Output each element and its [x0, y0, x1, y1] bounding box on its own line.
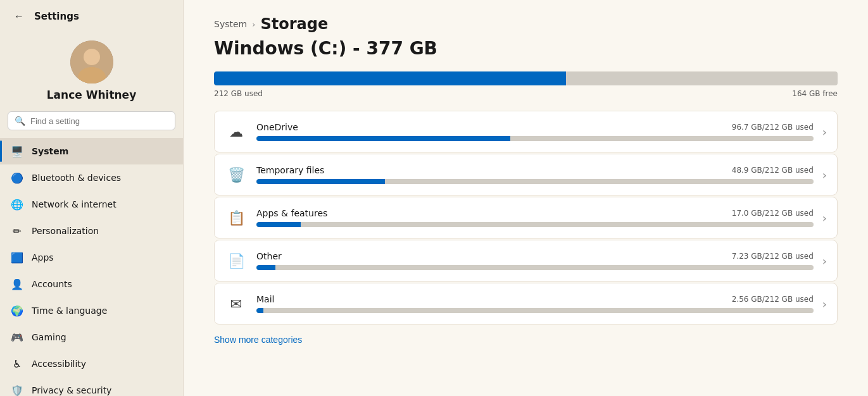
search-bar[interactable]: 🔍	[8, 111, 175, 130]
nav-label-personalization: Personalization	[32, 226, 99, 236]
other-content: Other 7.23 GB/212 GB used	[256, 251, 814, 270]
nav-item-system[interactable]: 🖥️ System	[0, 138, 183, 164]
onedrive-name: OneDrive	[256, 122, 298, 132]
other-usage: 7.23 GB/212 GB used	[732, 252, 814, 261]
bar-labels: 212 GB used 164 GB free	[214, 89, 838, 98]
other-chevron: ›	[822, 254, 827, 268]
other-bar-container	[256, 265, 814, 270]
breadcrumb-separator: ›	[252, 20, 255, 29]
mail-bar-container	[256, 308, 814, 313]
show-more-button[interactable]: Show more categories	[214, 335, 302, 345]
onedrive-usage: 96.7 GB/212 GB used	[732, 123, 814, 132]
mail-header: Mail 2.56 GB/212 GB used	[256, 294, 814, 304]
apps-icon: 🟦	[10, 251, 24, 264]
gaming-icon: 🎮	[10, 330, 24, 344]
main-bar-container	[214, 71, 838, 85]
nav-item-accessibility[interactable]: ♿ Accessibility	[0, 350, 183, 377]
nav-item-privacy[interactable]: 🛡️ Privacy & security	[0, 377, 183, 396]
accessibility-icon: ♿	[10, 357, 24, 371]
onedrive-content: OneDrive 96.7 GB/212 GB used	[256, 122, 814, 141]
used-label: 212 GB used	[214, 89, 263, 98]
storage-items: ☁️ OneDrive 96.7 GB/212 GB used › 🗑️ Tem…	[214, 111, 838, 325]
main-storage-bar-section: 212 GB used 164 GB free	[214, 71, 838, 98]
user-name: Lance Whitney	[47, 89, 136, 101]
avatar	[70, 40, 113, 84]
search-icon: 🔍	[15, 116, 25, 126]
other-header: Other 7.23 GB/212 GB used	[256, 251, 814, 261]
page-title: Windows (C:) - 377 GB	[214, 38, 838, 59]
nav-item-personalization[interactable]: ✏️ Personalization	[0, 218, 183, 244]
storage-item-other[interactable]: 📄 Other 7.23 GB/212 GB used ›	[214, 240, 838, 282]
apps-header: Apps & features 17.0 GB/212 GB used	[256, 208, 814, 218]
nav-label-privacy: Privacy & security	[32, 385, 111, 395]
back-button[interactable]: ←	[10, 8, 28, 25]
main-content: System › Storage Windows (C:) - 377 GB 2…	[184, 0, 868, 396]
svg-point-3	[85, 51, 98, 63]
settings-title: Settings	[34, 11, 79, 22]
apps-usage: 17.0 GB/212 GB used	[732, 209, 814, 218]
nav-label-accessibility: Accessibility	[32, 359, 86, 369]
onedrive-bar-container	[256, 136, 814, 141]
apps-bar-fill	[256, 222, 301, 227]
storage-item-onedrive[interactable]: ☁️ OneDrive 96.7 GB/212 GB used ›	[214, 111, 838, 152]
time-icon: 🌍	[10, 304, 24, 318]
nav-item-time[interactable]: 🌍 Time & language	[0, 297, 183, 324]
nav-label-network: Network & internet	[32, 199, 116, 209]
nav-label-accounts: Accounts	[32, 279, 72, 289]
nav-label-time: Time & language	[32, 306, 107, 316]
nav-label-system: System	[32, 146, 68, 156]
avatar-image	[70, 40, 113, 84]
other-name: Other	[256, 251, 282, 261]
mail-bar-fill	[256, 308, 263, 313]
other-bar-fill	[256, 265, 275, 270]
accounts-icon: 👤	[10, 277, 24, 291]
apps-bar-container	[256, 222, 814, 227]
nav-list: 🖥️ System 🔵 Bluetooth & devices 🌐 Networ…	[0, 135, 183, 396]
onedrive-header: OneDrive 96.7 GB/212 GB used	[256, 122, 814, 132]
main-bar-fill	[214, 71, 566, 85]
nav-item-network[interactable]: 🌐 Network & internet	[0, 191, 183, 218]
network-icon: 🌐	[10, 197, 24, 211]
mail-usage: 2.56 GB/212 GB used	[732, 295, 814, 304]
breadcrumb-current: Storage	[260, 15, 328, 33]
nav-label-apps: Apps	[32, 252, 54, 263]
temp-bar-container	[256, 179, 814, 184]
user-profile: Lance Whitney	[0, 30, 183, 109]
temp-bar-fill	[256, 179, 385, 184]
onedrive-icon: ☁️	[225, 120, 248, 143]
nav-item-accounts[interactable]: 👤 Accounts	[0, 271, 183, 297]
mail-content: Mail 2.56 GB/212 GB used	[256, 294, 814, 313]
temp-usage: 48.9 GB/212 GB used	[732, 166, 814, 175]
storage-item-mail[interactable]: ✉️ Mail 2.56 GB/212 GB used ›	[214, 283, 838, 325]
breadcrumb-parent: System	[214, 19, 247, 29]
breadcrumb: System › Storage	[214, 15, 838, 33]
temp-content: Temporary files 48.9 GB/212 GB used	[256, 165, 814, 184]
bluetooth-icon: 🔵	[10, 171, 24, 185]
apps-icon: 📋	[225, 206, 248, 229]
free-label: 164 GB free	[792, 89, 838, 98]
temp-header: Temporary files 48.9 GB/212 GB used	[256, 165, 814, 175]
onedrive-bar-fill	[256, 136, 510, 141]
nav-label-gaming: Gaming	[32, 332, 66, 342]
onedrive-chevron: ›	[822, 125, 827, 139]
nav-label-bluetooth: Bluetooth & devices	[32, 173, 121, 183]
avatar-svg	[70, 40, 113, 84]
nav-item-bluetooth[interactable]: 🔵 Bluetooth & devices	[0, 164, 183, 191]
sidebar-header: ← Settings	[0, 0, 183, 30]
storage-item-temp[interactable]: 🗑️ Temporary files 48.9 GB/212 GB used ›	[214, 154, 838, 195]
apps-name: Apps & features	[256, 208, 327, 218]
mail-chevron: ›	[822, 297, 827, 311]
temp-icon: 🗑️	[225, 163, 248, 186]
sidebar: ← Settings Lance Whitney 🔍 🖥️ System 🔵	[0, 0, 184, 396]
mail-icon: ✉️	[225, 292, 248, 315]
nav-item-apps[interactable]: 🟦 Apps	[0, 244, 183, 271]
temp-chevron: ›	[822, 168, 827, 182]
personalization-icon: ✏️	[10, 224, 24, 238]
system-icon: 🖥️	[10, 144, 24, 158]
storage-item-apps[interactable]: 📋 Apps & features 17.0 GB/212 GB used ›	[214, 197, 838, 238]
search-input[interactable]	[30, 116, 168, 126]
mail-name: Mail	[256, 294, 274, 304]
apps-content: Apps & features 17.0 GB/212 GB used	[256, 208, 814, 227]
nav-item-gaming[interactable]: 🎮 Gaming	[0, 324, 183, 350]
temp-name: Temporary files	[256, 165, 324, 175]
